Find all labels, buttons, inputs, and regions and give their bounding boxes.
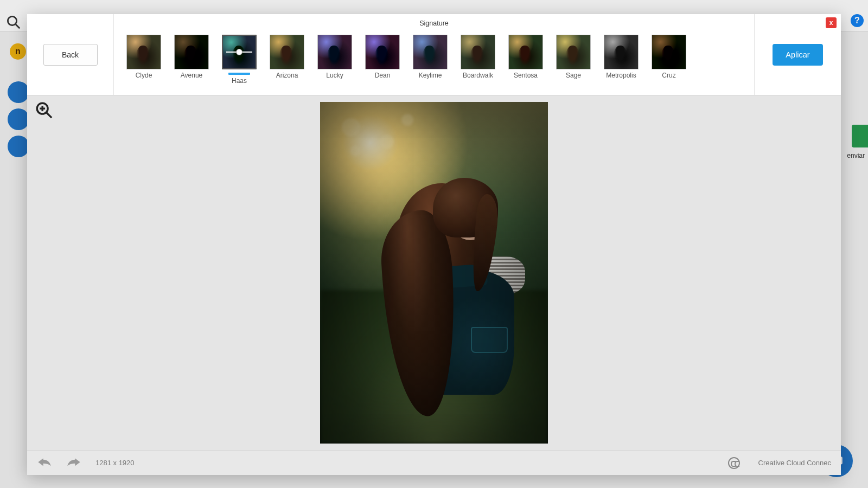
filter-metropolis[interactable]: Metropolis: [602, 35, 640, 79]
filter-haas[interactable]: Haas: [220, 35, 258, 85]
modal-header: Back Signature ClydeAvenueHaasArizonaLuc…: [27, 14, 841, 95]
undo-icon[interactable]: [37, 457, 52, 469]
header-center: Signature ClydeAvenueHaasArizonaLuckyDea…: [114, 14, 754, 95]
filter-thumb: [461, 35, 495, 69]
filter-lucky[interactable]: Lucky: [316, 35, 354, 79]
filter-label: Sentosa: [514, 72, 538, 79]
filter-sentosa[interactable]: Sentosa: [507, 35, 545, 79]
filter-cruz[interactable]: Cruz: [650, 35, 688, 79]
filter-label: Arizona: [276, 72, 298, 79]
filter-keylime[interactable]: Keylime: [411, 35, 449, 79]
image-dimensions: 1281 x 1920: [95, 459, 135, 467]
filters-row: ClydeAvenueHaasArizonaLuckyDeanKeylimeBo…: [114, 33, 754, 95]
filter-sage[interactable]: Sage: [554, 35, 592, 79]
svg-line-3: [47, 113, 52, 118]
filter-label: Metropolis: [606, 72, 636, 79]
filter-thumb: [317, 35, 352, 69]
filter-label: Lucky: [326, 72, 343, 79]
filter-dean[interactable]: Dean: [363, 35, 401, 79]
filter-label: Boardwalk: [463, 72, 493, 79]
filter-thumb: [222, 35, 257, 69]
filter-label: Sage: [566, 72, 581, 79]
filter-category-title: Signature: [114, 14, 754, 33]
filter-thumb: [126, 35, 161, 69]
filter-thumb: [508, 35, 543, 69]
filter-thumb: [556, 35, 591, 69]
filter-clyde[interactable]: Clyde: [125, 35, 163, 79]
back-button[interactable]: Back: [43, 44, 98, 66]
filter-thumb: [174, 35, 209, 69]
filter-label: Dean: [375, 72, 391, 79]
close-button[interactable]: x: [826, 17, 837, 28]
filter-arizona[interactable]: Arizona: [268, 35, 306, 79]
filter-label: Avenue: [181, 72, 202, 79]
redo-icon[interactable]: [66, 457, 81, 469]
filter-label: Keylime: [419, 72, 442, 79]
filter-label: Haas: [232, 77, 247, 85]
header-left: Back: [27, 14, 114, 95]
filter-label: Clyde: [136, 72, 152, 79]
filter-thumb: [413, 35, 448, 69]
image-preview[interactable]: [320, 102, 548, 444]
creative-cloud-label: Creative Cloud Connec: [758, 459, 831, 467]
filter-thumb: [270, 35, 304, 69]
filter-thumb: [604, 35, 639, 69]
filter-boardwalk[interactable]: Boardwalk: [459, 35, 497, 79]
filter-avenue[interactable]: Avenue: [173, 35, 210, 79]
filter-thumb: [365, 35, 400, 69]
apply-button[interactable]: Aplicar: [773, 44, 822, 66]
selected-indicator: [228, 73, 250, 75]
modal-footer: 1281 x 1920 Creative Cloud Connec: [27, 450, 841, 475]
creative-cloud-icon: [728, 457, 740, 469]
filter-thumb: [652, 35, 686, 69]
modal-body: [27, 95, 841, 450]
zoom-in-icon[interactable]: [35, 101, 53, 119]
filter-label: Cruz: [662, 72, 675, 79]
image-editor-modal: x Back Signature ClydeAvenueHaasArizonaL…: [27, 14, 841, 475]
